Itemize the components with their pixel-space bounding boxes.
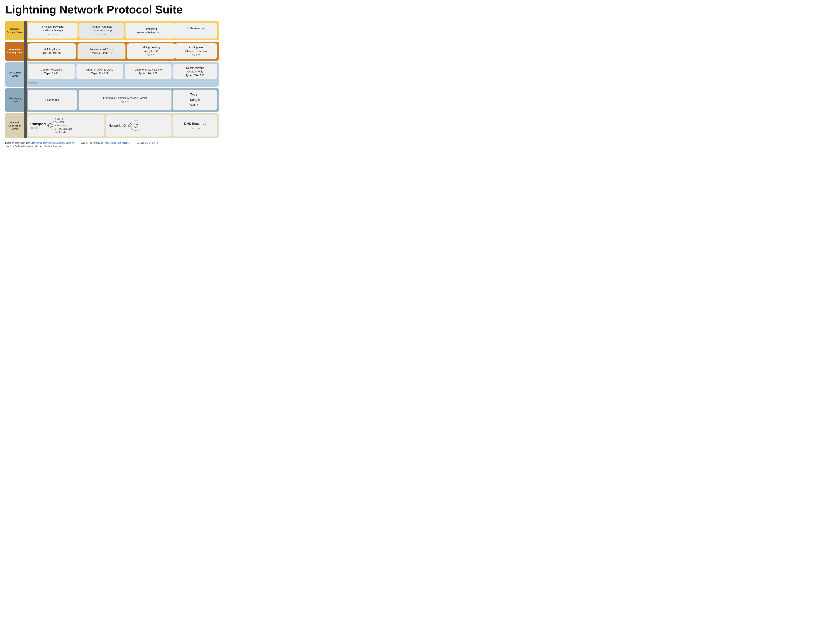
multihop-line1: Multihop locks	[44, 47, 60, 51]
co-line1: Channel Open & Close	[86, 68, 113, 71]
unreliable-content: Multihop locks (HTLC / PTLC) Source base…	[25, 42, 175, 61]
tlv-length: ength	[192, 98, 200, 101]
control-msg-card: Control Messages Type: 0 - 31	[28, 64, 75, 79]
svg-line-0	[47, 119, 54, 126]
footer-author-link[interactable]: https://ln.rene-pickhardt.de	[105, 142, 129, 144]
channel-state-card: Channel State Machine Type: 128 - 255	[125, 64, 172, 79]
routing-fees-bg: Routing fees Channel metadata BOLT 07	[175, 42, 219, 61]
pathfinding-card: Pathfinding (MPP, Rebalancing,...)	[125, 23, 175, 38]
svg-line-5	[128, 122, 133, 126]
page-title: Lightning Network Protocol Suite	[5, 3, 219, 16]
cm-line1: Control Messages	[41, 68, 62, 71]
labels-col: Reliable Payment Layer Unreliable Routin…	[5, 21, 25, 60]
tlv-card: Type Length Value	[173, 90, 217, 110]
htlcs-card: Adding, Settling, Failing HTLCs BOLT 02	[127, 43, 175, 59]
cm-bold: Type: 0 - 31	[44, 71, 58, 75]
footer: Based on information from https://github…	[5, 142, 219, 147]
routing-fees-line2: Channel metadata	[185, 49, 207, 53]
invoices-card: Invoices: Payment Hash & Preimage BOLT 1…	[28, 23, 77, 38]
tlv-l: L	[190, 98, 192, 101]
tlv-type: ype	[192, 93, 197, 96]
p2p-row: Peer 2 PeerLayer Control Messages Type: …	[5, 62, 219, 87]
rows-wrapper: Reliable Payment Layer Unreliable Routin…	[5, 21, 219, 138]
footer-licence-link[interactable]: CC-BY-SA 4.0	[145, 142, 158, 144]
network-label: NetworkConnectionLayer	[5, 113, 25, 139]
footer-based: Based on information from https://github…	[5, 142, 74, 144]
transport-item-4: Key Rotation	[55, 131, 72, 134]
messaging-row: MessagingLayer Feature Bits Framing & Li…	[5, 88, 219, 112]
diagram-container: Reliable Payment Layer Unreliable Routin…	[5, 21, 219, 138]
nio-item-1: IPv6	[134, 122, 140, 126]
p2p-cards-row: Control Messages Type: 0 - 31 Channel Op…	[28, 64, 217, 79]
right-tall-col: Path selection Routing fees Channel meta…	[175, 21, 219, 60]
transport-item-2: Handshakes	[55, 124, 72, 127]
htlcs-bolt: BOLT 02	[147, 54, 156, 57]
cs-bold: Type: 128 - 255	[139, 71, 157, 75]
routing-fees-card: Routing fees Channel metadata BOLT 07	[175, 43, 217, 59]
svg-line-6	[128, 124, 133, 126]
transport-card: Transport BOLT 08 Noise_XK Secp256k1	[28, 115, 104, 137]
footer-row1: Based on information from https://github…	[5, 142, 219, 144]
invoices-line2: Hash & Preimage	[43, 28, 63, 32]
nio-item-2: TOR2	[134, 126, 140, 129]
transport-fan-icon	[47, 118, 54, 134]
footer-licence: Licence: CC-BY-SA 4.0	[137, 142, 158, 144]
transport-left: Transport BOLT 08	[30, 122, 46, 129]
tlv-t: T	[190, 93, 192, 96]
fb-line1: Feature Bits	[45, 98, 60, 102]
pathfinding-line2: (MPP, Rebalancing,...)	[137, 31, 163, 34]
framing-card: Framing & Lightning Message Format BOLT …	[79, 90, 172, 110]
transport-bolt: BOLT 08	[30, 127, 38, 129]
gossip-card: Gossip relaying Query / Reply Type: 256 …	[173, 64, 217, 79]
channel-open-card: Channel Open & Close Type: 32 - 127	[76, 64, 123, 79]
transport-label: Transport	[30, 122, 46, 126]
invoices-line1: Invoices: Payment	[42, 25, 63, 28]
transport-items: Noise_XK Secp256k1 Handshakes DH Key Exc…	[55, 117, 72, 134]
transport-item-3: DH Key Exchange	[55, 127, 72, 131]
multihop-line2: (HTLC / PTLC)	[43, 51, 61, 55]
pathfinding-line1: Pathfinding	[144, 27, 157, 31]
networkio-items: IPv4 IPv6 TOR2 TOR3	[134, 119, 140, 133]
networkio-card: Network I/O IPv4 IPv6 TOR2 TOR3	[106, 115, 172, 137]
dns-bolt: BOLT 10	[191, 127, 200, 130]
framing-bolt: BOLT 01	[121, 101, 129, 104]
unreliable-layer-label: Unreliable Routing Layer	[5, 42, 25, 61]
cs-line1: Channel State Machine	[134, 68, 162, 71]
messaging-content: Feature Bits Framing & Lightning Message…	[25, 88, 219, 112]
path-sel-label: Path selection	[187, 26, 205, 30]
footer-github-link[interactable]: https://github.com/lightningnetwork/ligh…	[30, 142, 74, 144]
networkio-label: Network I/O	[109, 123, 126, 128]
path-sel-reliable-bg: Path selection	[175, 21, 219, 40]
rl-ur-body: Invoices: Payment Hash & Preimage BOLT 1…	[25, 21, 175, 60]
payment-attempts-card: Payment Attempts Trial & Error Loop BOLT…	[79, 23, 124, 38]
dns-line1: DNS Bootstrap	[184, 122, 206, 126]
nio-item-3: TOR3	[134, 129, 140, 133]
routing-fees-line1: Routing fees	[189, 46, 203, 49]
networkio-fan-icon	[128, 120, 133, 132]
tlv-v: V	[190, 103, 192, 107]
invoices-bolt: BOLT 11	[48, 33, 57, 36]
gossip-line1: Gossip relaying	[186, 66, 204, 69]
co-bold: Type: 32 - 127	[91, 71, 108, 75]
footer-thanks: Thanks to Andreas M. Antonopoulos and Ol…	[5, 145, 219, 147]
multihop-card: Multihop locks (HTLC / PTLC)	[28, 43, 76, 59]
transport-item-0: Noise_XK	[55, 117, 72, 121]
reliable-layer-label: Reliable Payment Layer	[5, 21, 25, 40]
routing-fees-bolt: BOLT 07	[192, 54, 201, 57]
pa-line2: Trial & Error Loop	[91, 28, 112, 32]
onion-card: Source based Onion Routing (SPHINX)	[77, 43, 125, 59]
onion-line1: Source based Onion	[90, 47, 114, 51]
vertical-bar	[24, 21, 27, 138]
framing-line1: Framing & Lightning Message Format	[103, 96, 147, 100]
tlv-value: alue	[192, 103, 198, 107]
messaging-label: MessagingLayer	[5, 88, 25, 112]
payment-attempts-col: Payment Attempts Trial & Error Loop BOLT…	[79, 23, 124, 38]
reliable-content: Invoices: Payment Hash & Preimage BOLT 1…	[25, 21, 175, 40]
nio-item-0: IPv4	[134, 119, 140, 122]
network-row: NetworkConnectionLayer Transport BOLT 08	[5, 113, 219, 139]
feature-bits-card: Feature Bits	[28, 90, 77, 110]
reliable-unreliable-section: Reliable Payment Layer Unreliable Routin…	[5, 21, 219, 60]
gossip-line2: Query / Reply	[187, 69, 203, 73]
network-content: Transport BOLT 08 Noise_XK Secp256k1	[25, 113, 219, 139]
footer-author: Author: Rene Pickhardt - https://ln.rene…	[81, 142, 129, 144]
